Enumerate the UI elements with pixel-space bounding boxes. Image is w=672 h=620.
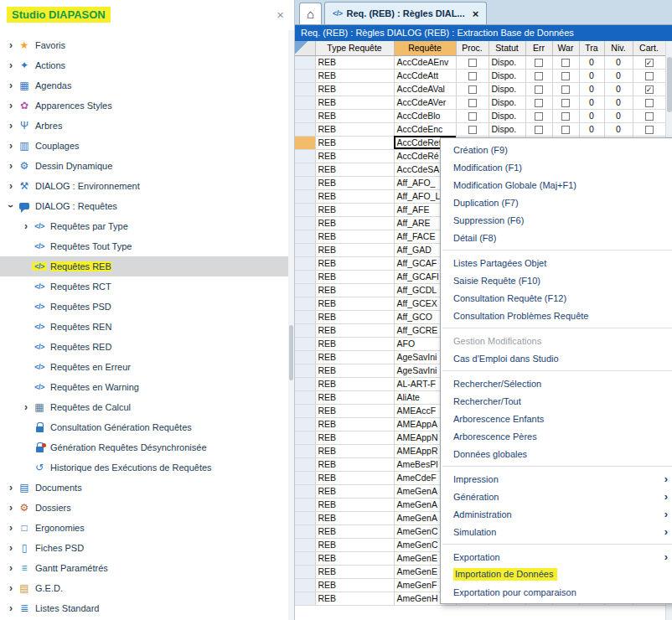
table-row[interactable]: REBAccCdeAEnvDispo.00✓ xyxy=(295,55,665,69)
cell-type-requete[interactable]: REB xyxy=(315,404,394,417)
cell-type-requete[interactable]: REB xyxy=(315,444,394,457)
row-selector-cell[interactable] xyxy=(295,431,315,444)
checkbox-checked[interactable]: ✓ xyxy=(645,85,654,94)
cell-proc[interactable] xyxy=(456,69,488,82)
checkbox-unchecked[interactable] xyxy=(535,72,543,80)
menu-item-simulation[interactable]: Simulation› xyxy=(441,523,672,540)
cell-niv[interactable]: 0 xyxy=(604,69,633,82)
chevron-right-icon[interactable]: › xyxy=(5,60,17,70)
cell-type-requete[interactable]: REB xyxy=(315,270,394,283)
chevron-right-icon[interactable]: › xyxy=(5,583,17,593)
cell-type-requete[interactable]: REB xyxy=(315,243,394,256)
cell-proc[interactable] xyxy=(456,82,488,96)
cell-requete[interactable]: AccCdeAtt xyxy=(394,69,456,82)
cell-type-requete[interactable]: REB xyxy=(315,457,394,471)
row-selector-cell[interactable] xyxy=(295,283,315,297)
sidebar-item-requetes-reb[interactable]: </>Requêtes REB xyxy=(0,256,294,276)
cell-type-requete[interactable]: REB xyxy=(315,310,394,323)
sidebar-item-favoris[interactable]: ›★Favoris xyxy=(0,35,294,55)
sidebar-item-requetes-en-warning[interactable]: </>Requêtes en Warning xyxy=(0,377,294,397)
row-selector-cell[interactable] xyxy=(295,82,315,96)
sidebar-item-dialog-requetes[interactable]: ›DIALOG : Requêtes xyxy=(0,196,294,216)
sidebar-item-historique-des-executions-de-requetes[interactable]: ↺Historique des Exécutions de Requêtes xyxy=(0,457,294,478)
cell-type-requete[interactable]: REB xyxy=(315,69,394,82)
menu-item-exportation-pour-comparaison[interactable]: Exportation pour comparaison xyxy=(441,583,672,601)
chevron-right-icon[interactable]: › xyxy=(5,603,17,613)
checkbox-unchecked[interactable] xyxy=(468,72,477,80)
sidebar-item-consultation-generation-requetes[interactable]: Consultation Génération Requêtes xyxy=(0,417,294,437)
cell-type-requete[interactable]: REB xyxy=(315,55,394,69)
sidebar-item-requetes-en-erreur[interactable]: </>Requêtes en Erreur xyxy=(0,357,294,377)
cell-statut[interactable]: Dispo. xyxy=(488,109,525,122)
sidebar-item-generation-requetes-desynchronisee[interactable]: Génération Requêtes Désynchronisée xyxy=(0,437,294,457)
sidebar-item-requetes-ren[interactable]: </>Requêtes REN xyxy=(0,317,294,337)
cell-type-requete[interactable]: REB xyxy=(315,417,394,431)
column-header-proc[interactable]: Proc. xyxy=(456,41,488,55)
sidebar-item-g-e-d[interactable]: ›▤G.E.D. xyxy=(0,578,294,598)
cell-proc[interactable] xyxy=(456,55,488,69)
row-selector-cell[interactable] xyxy=(295,377,315,390)
chevron-down-icon[interactable]: › xyxy=(6,200,16,212)
cell-cart[interactable] xyxy=(633,109,665,122)
cell-type-requete[interactable]: REB xyxy=(315,122,394,136)
chevron-right-icon[interactable]: › xyxy=(5,80,17,90)
sidebar-item-requetes-rct[interactable]: </>Requêtes RCT xyxy=(0,276,294,297)
menu-item-generation[interactable]: Génération› xyxy=(441,488,672,505)
chevron-right-icon[interactable]: › xyxy=(5,543,17,553)
row-selector-cell[interactable] xyxy=(295,270,315,283)
sidebar-item-apparences-styles[interactable]: ›✿Apparences Styles xyxy=(0,96,294,116)
menu-item-saisie-requete-f10[interactable]: Saisie Requête (F10) xyxy=(441,271,672,289)
scrollbar-thumb[interactable] xyxy=(667,57,672,112)
cell-cart[interactable] xyxy=(633,96,665,109)
cell-type-requete[interactable]: REB xyxy=(315,82,394,96)
cell-type-requete[interactable]: REB xyxy=(315,216,394,230)
row-selector-cell[interactable] xyxy=(295,323,315,337)
cell-niv[interactable]: 0 xyxy=(604,55,633,69)
cell-err[interactable] xyxy=(525,55,552,69)
cell-niv[interactable]: 0 xyxy=(604,122,633,136)
cell-type-requete[interactable]: REB xyxy=(315,109,394,122)
row-selector-cell[interactable] xyxy=(295,243,315,256)
cell-type-requete[interactable]: REB xyxy=(315,578,394,592)
cell-type-requete[interactable]: REB xyxy=(315,163,394,176)
cell-type-requete[interactable]: REB xyxy=(315,471,394,484)
row-selector-cell[interactable] xyxy=(295,444,315,457)
tab-close-icon[interactable]: × xyxy=(473,8,479,20)
cell-type-requete[interactable]: REB xyxy=(315,337,394,350)
cell-type-requete[interactable]: REB xyxy=(315,283,394,297)
chevron-right-icon[interactable]: › xyxy=(5,523,17,533)
sidebar-scrollbar[interactable] xyxy=(288,30,294,620)
table-row[interactable]: REBAccCdeAValDispo.00✓ xyxy=(295,82,665,96)
cell-cart[interactable] xyxy=(633,122,665,136)
cell-war[interactable] xyxy=(552,109,579,122)
cell-type-requete[interactable]: REB xyxy=(315,323,394,337)
checkbox-unchecked[interactable] xyxy=(645,126,654,134)
chevron-right-icon[interactable]: › xyxy=(5,181,17,191)
sidebar-item-gantt-parametres[interactable]: ›≡Gantt Paramétrés xyxy=(0,558,294,578)
sidebar-item-arbres[interactable]: ›ΨArbres xyxy=(0,116,294,136)
cell-proc[interactable] xyxy=(456,109,488,122)
cell-type-requete[interactable]: REB xyxy=(315,256,394,270)
cell-type-requete[interactable]: REB xyxy=(315,551,394,565)
row-selector-cell[interactable] xyxy=(295,149,315,163)
sidebar-item-requetes-red[interactable]: </>Requêtes RED xyxy=(0,337,294,357)
menu-item-detail-f8[interactable]: Détail (F8) xyxy=(441,229,672,246)
sidebar-item-requetes-tout-type[interactable]: </>Requêtes Tout Type xyxy=(0,236,294,256)
tab-active[interactable]: </> Req. (REB) : Règles DIAL... × xyxy=(324,2,487,24)
sidebar-item-ergonomies[interactable]: ›□Ergonomies xyxy=(0,518,294,538)
cell-type-requete[interactable]: REB xyxy=(315,176,394,189)
row-selector-cell[interactable] xyxy=(295,136,315,149)
row-selector-cell[interactable] xyxy=(295,484,315,498)
checkbox-unchecked[interactable] xyxy=(561,126,570,134)
row-selector-cell[interactable] xyxy=(295,122,315,136)
sidebar-item-requetes-de-calcul[interactable]: ›▦Requêtes de Calcul xyxy=(0,397,294,417)
sidebar-item-documents[interactable]: ›▤Documents xyxy=(0,478,294,498)
checkbox-unchecked[interactable] xyxy=(535,85,543,94)
row-selector-cell[interactable] xyxy=(295,565,315,578)
chevron-right-icon[interactable]: › xyxy=(5,161,17,171)
chevron-right-icon[interactable]: › xyxy=(5,101,17,111)
cell-type-requete[interactable]: REB xyxy=(315,592,394,605)
cell-err[interactable] xyxy=(525,69,552,82)
sidebar-item-dessin-dynamique[interactable]: ›⚙Dessin Dynamique xyxy=(0,156,294,176)
row-selector-cell[interactable] xyxy=(295,96,315,109)
